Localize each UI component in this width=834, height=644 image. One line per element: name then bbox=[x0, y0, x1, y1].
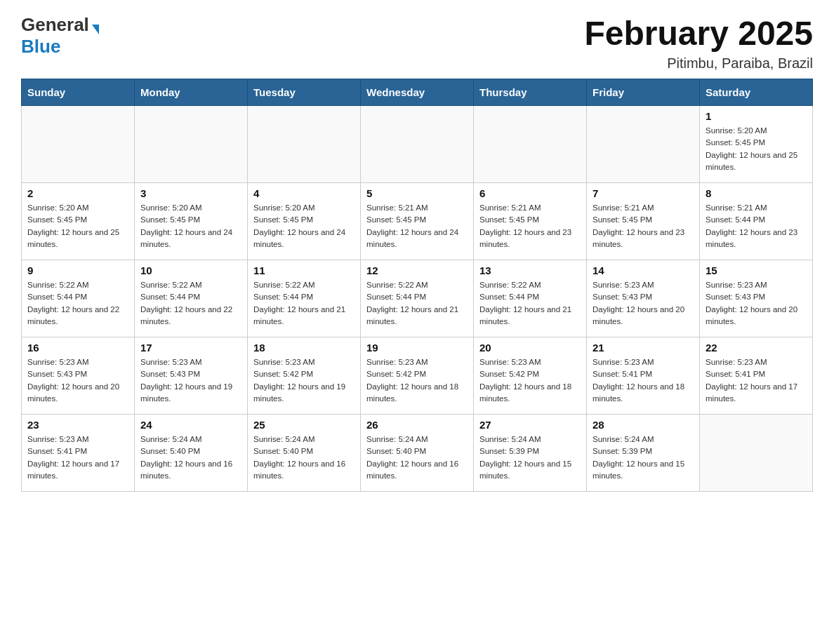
calendar-cell bbox=[700, 415, 813, 492]
calendar-cell: 22Sunrise: 5:23 AMSunset: 5:41 PMDayligh… bbox=[700, 337, 813, 415]
day-info: Sunrise: 5:23 AMSunset: 5:42 PMDaylight:… bbox=[253, 356, 355, 405]
day-number: 3 bbox=[140, 187, 241, 199]
weekday-header-row: SundayMondayTuesdayWednesdayThursdayFrid… bbox=[22, 79, 813, 106]
calendar-cell: 25Sunrise: 5:24 AMSunset: 5:40 PMDayligh… bbox=[248, 415, 361, 492]
location-title: Pitimbu, Paraiba, Brazil bbox=[584, 55, 813, 72]
day-number: 13 bbox=[479, 264, 581, 276]
day-number: 2 bbox=[27, 187, 128, 199]
calendar-week-row: 16Sunrise: 5:23 AMSunset: 5:43 PMDayligh… bbox=[22, 337, 813, 415]
day-number: 24 bbox=[140, 419, 241, 431]
day-info: Sunrise: 5:23 AMSunset: 5:41 PMDaylight:… bbox=[706, 356, 807, 405]
day-info: Sunrise: 5:23 AMSunset: 5:43 PMDaylight:… bbox=[140, 356, 241, 405]
day-info: Sunrise: 5:21 AMSunset: 5:44 PMDaylight:… bbox=[706, 202, 807, 250]
logo-blue-text: Blue bbox=[21, 36, 60, 58]
day-info: Sunrise: 5:20 AMSunset: 5:45 PMDaylight:… bbox=[140, 202, 241, 250]
calendar-cell: 24Sunrise: 5:24 AMSunset: 5:40 PMDayligh… bbox=[135, 415, 248, 492]
weekday-header-sunday: Sunday bbox=[22, 79, 135, 106]
calendar-week-row: 9Sunrise: 5:22 AMSunset: 5:44 PMDaylight… bbox=[22, 260, 813, 337]
day-number: 19 bbox=[366, 342, 468, 354]
day-info: Sunrise: 5:22 AMSunset: 5:44 PMDaylight:… bbox=[140, 279, 241, 328]
weekday-header-friday: Friday bbox=[587, 79, 700, 106]
calendar-cell: 28Sunrise: 5:24 AMSunset: 5:39 PMDayligh… bbox=[587, 415, 700, 492]
day-info: Sunrise: 5:24 AMSunset: 5:40 PMDaylight:… bbox=[253, 434, 355, 482]
day-info: Sunrise: 5:23 AMSunset: 5:43 PMDaylight:… bbox=[593, 279, 694, 328]
day-number: 22 bbox=[706, 342, 807, 354]
day-info: Sunrise: 5:23 AMSunset: 5:42 PMDaylight:… bbox=[366, 356, 468, 405]
calendar-week-row: 1Sunrise: 5:20 AMSunset: 5:45 PMDaylight… bbox=[22, 106, 813, 183]
day-info: Sunrise: 5:24 AMSunset: 5:39 PMDaylight:… bbox=[479, 434, 581, 482]
calendar-cell: 16Sunrise: 5:23 AMSunset: 5:43 PMDayligh… bbox=[22, 337, 135, 415]
day-info: Sunrise: 5:24 AMSunset: 5:40 PMDaylight:… bbox=[366, 434, 468, 482]
day-number: 18 bbox=[253, 342, 355, 354]
day-number: 8 bbox=[706, 187, 807, 199]
calendar-cell bbox=[474, 106, 587, 183]
calendar-cell bbox=[22, 106, 135, 183]
calendar-table: SundayMondayTuesdayWednesdayThursdayFrid… bbox=[21, 79, 813, 492]
day-info: Sunrise: 5:20 AMSunset: 5:45 PMDaylight:… bbox=[706, 125, 807, 173]
day-number: 5 bbox=[366, 187, 468, 199]
calendar-cell bbox=[135, 106, 248, 183]
page-header: General Blue February 2025 Pitimbu, Para… bbox=[21, 14, 813, 72]
logo-arrow-icon bbox=[92, 25, 99, 34]
day-number: 17 bbox=[140, 342, 241, 354]
calendar-cell: 21Sunrise: 5:23 AMSunset: 5:41 PMDayligh… bbox=[587, 337, 700, 415]
calendar-cell: 5Sunrise: 5:21 AMSunset: 5:45 PMDaylight… bbox=[361, 183, 474, 260]
day-number: 6 bbox=[479, 187, 581, 199]
day-number: 4 bbox=[253, 187, 355, 199]
weekday-header-monday: Monday bbox=[135, 79, 248, 106]
day-info: Sunrise: 5:20 AMSunset: 5:45 PMDaylight:… bbox=[27, 202, 128, 250]
day-info: Sunrise: 5:23 AMSunset: 5:41 PMDaylight:… bbox=[27, 434, 128, 482]
calendar-cell: 11Sunrise: 5:22 AMSunset: 5:44 PMDayligh… bbox=[248, 260, 361, 337]
day-number: 10 bbox=[140, 264, 241, 276]
day-number: 21 bbox=[593, 342, 694, 354]
day-info: Sunrise: 5:22 AMSunset: 5:44 PMDaylight:… bbox=[253, 279, 355, 328]
weekday-header-tuesday: Tuesday bbox=[248, 79, 361, 106]
calendar-cell: 13Sunrise: 5:22 AMSunset: 5:44 PMDayligh… bbox=[474, 260, 587, 337]
calendar-cell: 6Sunrise: 5:21 AMSunset: 5:45 PMDaylight… bbox=[474, 183, 587, 260]
weekday-header-saturday: Saturday bbox=[700, 79, 813, 106]
title-block: February 2025 Pitimbu, Paraiba, Brazil bbox=[584, 14, 813, 72]
day-info: Sunrise: 5:24 AMSunset: 5:40 PMDaylight:… bbox=[140, 434, 241, 482]
calendar-cell: 20Sunrise: 5:23 AMSunset: 5:42 PMDayligh… bbox=[474, 337, 587, 415]
calendar-cell: 1Sunrise: 5:20 AMSunset: 5:45 PMDaylight… bbox=[700, 106, 813, 183]
calendar-cell: 19Sunrise: 5:23 AMSunset: 5:42 PMDayligh… bbox=[361, 337, 474, 415]
calendar-cell: 15Sunrise: 5:23 AMSunset: 5:43 PMDayligh… bbox=[700, 260, 813, 337]
day-info: Sunrise: 5:21 AMSunset: 5:45 PMDaylight:… bbox=[366, 202, 468, 250]
day-number: 20 bbox=[479, 342, 581, 354]
calendar-week-row: 23Sunrise: 5:23 AMSunset: 5:41 PMDayligh… bbox=[22, 415, 813, 492]
calendar-cell: 8Sunrise: 5:21 AMSunset: 5:44 PMDaylight… bbox=[700, 183, 813, 260]
day-number: 12 bbox=[366, 264, 468, 276]
calendar-cell: 7Sunrise: 5:21 AMSunset: 5:45 PMDaylight… bbox=[587, 183, 700, 260]
day-number: 9 bbox=[27, 264, 128, 276]
day-info: Sunrise: 5:20 AMSunset: 5:45 PMDaylight:… bbox=[253, 202, 355, 250]
day-info: Sunrise: 5:21 AMSunset: 5:45 PMDaylight:… bbox=[479, 202, 581, 250]
weekday-header-wednesday: Wednesday bbox=[361, 79, 474, 106]
day-number: 11 bbox=[253, 264, 355, 276]
calendar-cell: 18Sunrise: 5:23 AMSunset: 5:42 PMDayligh… bbox=[248, 337, 361, 415]
calendar-cell bbox=[587, 106, 700, 183]
day-number: 14 bbox=[593, 264, 694, 276]
calendar-cell: 9Sunrise: 5:22 AMSunset: 5:44 PMDaylight… bbox=[22, 260, 135, 337]
day-info: Sunrise: 5:23 AMSunset: 5:42 PMDaylight:… bbox=[479, 356, 581, 405]
day-number: 26 bbox=[366, 419, 468, 431]
day-info: Sunrise: 5:23 AMSunset: 5:43 PMDaylight:… bbox=[27, 356, 128, 405]
calendar-week-row: 2Sunrise: 5:20 AMSunset: 5:45 PMDaylight… bbox=[22, 183, 813, 260]
calendar-cell: 26Sunrise: 5:24 AMSunset: 5:40 PMDayligh… bbox=[361, 415, 474, 492]
calendar-cell: 12Sunrise: 5:22 AMSunset: 5:44 PMDayligh… bbox=[361, 260, 474, 337]
calendar-cell: 23Sunrise: 5:23 AMSunset: 5:41 PMDayligh… bbox=[22, 415, 135, 492]
day-info: Sunrise: 5:21 AMSunset: 5:45 PMDaylight:… bbox=[593, 202, 694, 250]
calendar-cell: 10Sunrise: 5:22 AMSunset: 5:44 PMDayligh… bbox=[135, 260, 248, 337]
calendar-cell: 27Sunrise: 5:24 AMSunset: 5:39 PMDayligh… bbox=[474, 415, 587, 492]
day-info: Sunrise: 5:22 AMSunset: 5:44 PMDaylight:… bbox=[366, 279, 468, 328]
calendar-cell bbox=[361, 106, 474, 183]
logo-general-text: General bbox=[21, 14, 89, 36]
day-info: Sunrise: 5:22 AMSunset: 5:44 PMDaylight:… bbox=[479, 279, 581, 328]
day-info: Sunrise: 5:22 AMSunset: 5:44 PMDaylight:… bbox=[27, 279, 128, 328]
calendar-cell: 3Sunrise: 5:20 AMSunset: 5:45 PMDaylight… bbox=[135, 183, 248, 260]
day-number: 25 bbox=[253, 419, 355, 431]
day-number: 23 bbox=[27, 419, 128, 431]
weekday-header-thursday: Thursday bbox=[474, 79, 587, 106]
day-number: 28 bbox=[593, 419, 694, 431]
month-title: February 2025 bbox=[584, 14, 813, 53]
day-info: Sunrise: 5:23 AMSunset: 5:43 PMDaylight:… bbox=[706, 279, 807, 328]
